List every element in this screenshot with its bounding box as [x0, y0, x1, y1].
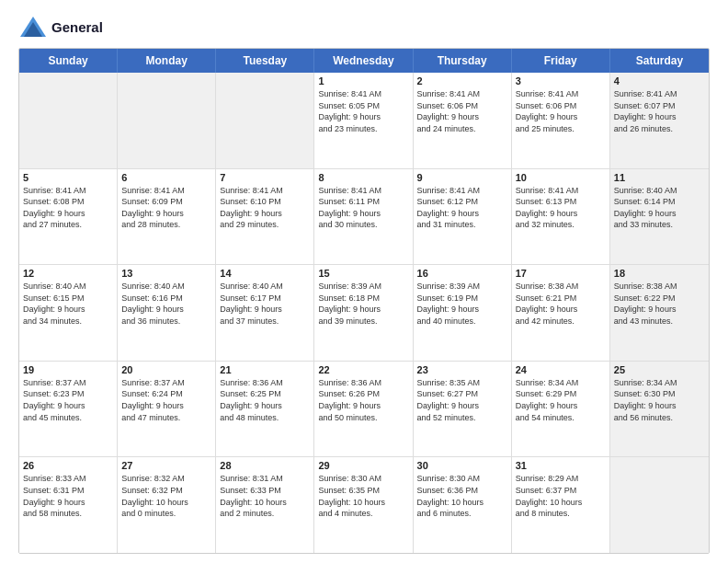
day-number: 21	[220, 364, 310, 375]
logo: General	[18, 15, 103, 40]
day-cell-10: 10Sunrise: 8:41 AM Sunset: 6:13 PM Dayli…	[512, 169, 610, 265]
day-number: 11	[614, 172, 705, 183]
day-number: 29	[318, 460, 408, 471]
page: General SundayMondayTuesdayWednesdayThur…	[0, 0, 728, 563]
day-info: Sunrise: 8:41 AM Sunset: 6:06 PM Dayligh…	[417, 88, 507, 134]
day-cell-3: 3Sunrise: 8:41 AM Sunset: 6:06 PM Daylig…	[512, 73, 610, 168]
day-number: 6	[121, 172, 211, 183]
day-cell-4: 4Sunrise: 8:41 AM Sunset: 6:07 PM Daylig…	[610, 73, 709, 168]
day-info: Sunrise: 8:40 AM Sunset: 6:15 PM Dayligh…	[23, 281, 113, 327]
day-number: 12	[23, 268, 113, 279]
day-cell-31: 31Sunrise: 8:29 AM Sunset: 6:37 PM Dayli…	[512, 457, 610, 553]
day-info: Sunrise: 8:31 AM Sunset: 6:33 PM Dayligh…	[220, 473, 310, 519]
day-number: 18	[614, 268, 705, 279]
day-number: 24	[516, 364, 606, 375]
day-number: 14	[220, 268, 310, 279]
day-number: 23	[417, 364, 507, 375]
day-cell-23: 23Sunrise: 8:35 AM Sunset: 6:27 PM Dayli…	[414, 362, 512, 457]
header-day-thursday: Thursday	[414, 49, 512, 73]
day-cell-20: 20Sunrise: 8:37 AM Sunset: 6:24 PM Dayli…	[118, 362, 216, 457]
day-number: 19	[23, 364, 113, 375]
day-info: Sunrise: 8:41 AM Sunset: 6:06 PM Dayligh…	[516, 88, 606, 134]
day-info: Sunrise: 8:41 AM Sunset: 6:11 PM Dayligh…	[318, 185, 408, 231]
header-day-wednesday: Wednesday	[314, 49, 413, 73]
day-info: Sunrise: 8:30 AM Sunset: 6:35 PM Dayligh…	[318, 473, 408, 519]
day-number: 28	[220, 460, 310, 471]
day-info: Sunrise: 8:37 AM Sunset: 6:24 PM Dayligh…	[121, 377, 211, 423]
day-number: 31	[516, 460, 606, 471]
header-day-saturday: Saturday	[610, 49, 709, 73]
day-cell-12: 12Sunrise: 8:40 AM Sunset: 6:15 PM Dayli…	[19, 265, 118, 361]
day-cell-24: 24Sunrise: 8:34 AM Sunset: 6:29 PM Dayli…	[512, 362, 610, 457]
day-cell-28: 28Sunrise: 8:31 AM Sunset: 6:33 PM Dayli…	[216, 457, 314, 553]
header-day-friday: Friday	[512, 49, 610, 73]
calendar: SundayMondayTuesdayWednesdayThursdayFrid…	[18, 48, 710, 554]
empty-cell	[610, 457, 709, 553]
day-number: 20	[121, 364, 211, 375]
day-number: 8	[318, 172, 408, 183]
empty-cell	[118, 73, 216, 168]
week-row-4: 26Sunrise: 8:33 AM Sunset: 6:31 PM Dayli…	[19, 457, 709, 553]
day-info: Sunrise: 8:41 AM Sunset: 6:10 PM Dayligh…	[220, 185, 310, 231]
day-info: Sunrise: 8:40 AM Sunset: 6:17 PM Dayligh…	[220, 281, 310, 327]
day-number: 7	[220, 172, 310, 183]
day-cell-15: 15Sunrise: 8:39 AM Sunset: 6:18 PM Dayli…	[314, 265, 413, 361]
day-info: Sunrise: 8:41 AM Sunset: 6:13 PM Dayligh…	[516, 185, 606, 231]
day-cell-2: 2Sunrise: 8:41 AM Sunset: 6:06 PM Daylig…	[414, 73, 512, 168]
empty-cell	[19, 73, 118, 168]
day-number: 30	[417, 460, 507, 471]
day-info: Sunrise: 8:36 AM Sunset: 6:26 PM Dayligh…	[318, 377, 408, 423]
day-info: Sunrise: 8:38 AM Sunset: 6:21 PM Dayligh…	[516, 281, 606, 327]
day-cell-29: 29Sunrise: 8:30 AM Sunset: 6:35 PM Dayli…	[314, 457, 413, 553]
day-number: 3	[516, 75, 606, 86]
calendar-header: SundayMondayTuesdayWednesdayThursdayFrid…	[19, 49, 709, 73]
day-cell-8: 8Sunrise: 8:41 AM Sunset: 6:11 PM Daylig…	[314, 169, 413, 265]
day-cell-26: 26Sunrise: 8:33 AM Sunset: 6:31 PM Dayli…	[19, 457, 118, 553]
week-row-2: 12Sunrise: 8:40 AM Sunset: 6:15 PM Dayli…	[19, 265, 709, 362]
day-info: Sunrise: 8:36 AM Sunset: 6:25 PM Dayligh…	[220, 377, 310, 423]
day-number: 15	[318, 268, 408, 279]
day-info: Sunrise: 8:40 AM Sunset: 6:16 PM Dayligh…	[121, 281, 211, 327]
day-cell-19: 19Sunrise: 8:37 AM Sunset: 6:23 PM Dayli…	[19, 362, 118, 457]
day-number: 26	[23, 460, 113, 471]
day-cell-21: 21Sunrise: 8:36 AM Sunset: 6:25 PM Dayli…	[216, 362, 314, 457]
day-cell-1: 1Sunrise: 8:41 AM Sunset: 6:05 PM Daylig…	[314, 73, 413, 168]
day-cell-5: 5Sunrise: 8:41 AM Sunset: 6:08 PM Daylig…	[19, 169, 118, 265]
day-cell-22: 22Sunrise: 8:36 AM Sunset: 6:26 PM Dayli…	[314, 362, 413, 457]
day-cell-16: 16Sunrise: 8:39 AM Sunset: 6:19 PM Dayli…	[414, 265, 512, 361]
day-cell-13: 13Sunrise: 8:40 AM Sunset: 6:16 PM Dayli…	[118, 265, 216, 361]
day-cell-27: 27Sunrise: 8:32 AM Sunset: 6:32 PM Dayli…	[118, 457, 216, 553]
day-cell-18: 18Sunrise: 8:38 AM Sunset: 6:22 PM Dayli…	[610, 265, 709, 361]
day-info: Sunrise: 8:41 AM Sunset: 6:08 PM Dayligh…	[23, 185, 113, 231]
day-info: Sunrise: 8:32 AM Sunset: 6:32 PM Dayligh…	[121, 473, 211, 519]
day-cell-9: 9Sunrise: 8:41 AM Sunset: 6:12 PM Daylig…	[414, 169, 512, 265]
day-info: Sunrise: 8:40 AM Sunset: 6:14 PM Dayligh…	[614, 185, 705, 231]
day-info: Sunrise: 8:33 AM Sunset: 6:31 PM Dayligh…	[23, 473, 113, 519]
day-info: Sunrise: 8:34 AM Sunset: 6:30 PM Dayligh…	[614, 377, 705, 423]
day-number: 27	[121, 460, 211, 471]
day-cell-11: 11Sunrise: 8:40 AM Sunset: 6:14 PM Dayli…	[610, 169, 709, 265]
day-number: 16	[417, 268, 507, 279]
week-row-0: 1Sunrise: 8:41 AM Sunset: 6:05 PM Daylig…	[19, 73, 709, 169]
day-number: 25	[614, 364, 705, 375]
day-info: Sunrise: 8:34 AM Sunset: 6:29 PM Dayligh…	[516, 377, 606, 423]
day-number: 10	[516, 172, 606, 183]
day-info: Sunrise: 8:39 AM Sunset: 6:18 PM Dayligh…	[318, 281, 408, 327]
day-number: 5	[23, 172, 113, 183]
day-cell-17: 17Sunrise: 8:38 AM Sunset: 6:21 PM Dayli…	[512, 265, 610, 361]
day-number: 9	[417, 172, 507, 183]
logo-text: General	[51, 20, 103, 36]
week-row-1: 5Sunrise: 8:41 AM Sunset: 6:08 PM Daylig…	[19, 169, 709, 266]
day-info: Sunrise: 8:30 AM Sunset: 6:36 PM Dayligh…	[417, 473, 507, 519]
day-number: 17	[516, 268, 606, 279]
day-number: 4	[614, 75, 705, 86]
day-number: 13	[121, 268, 211, 279]
logo-icon	[18, 15, 48, 40]
day-cell-6: 6Sunrise: 8:41 AM Sunset: 6:09 PM Daylig…	[118, 169, 216, 265]
empty-cell	[216, 73, 314, 168]
day-info: Sunrise: 8:29 AM Sunset: 6:37 PM Dayligh…	[516, 473, 606, 519]
day-cell-14: 14Sunrise: 8:40 AM Sunset: 6:17 PM Dayli…	[216, 265, 314, 361]
day-info: Sunrise: 8:41 AM Sunset: 6:12 PM Dayligh…	[417, 185, 507, 231]
day-info: Sunrise: 8:41 AM Sunset: 6:09 PM Dayligh…	[121, 185, 211, 231]
day-info: Sunrise: 8:38 AM Sunset: 6:22 PM Dayligh…	[614, 281, 705, 327]
